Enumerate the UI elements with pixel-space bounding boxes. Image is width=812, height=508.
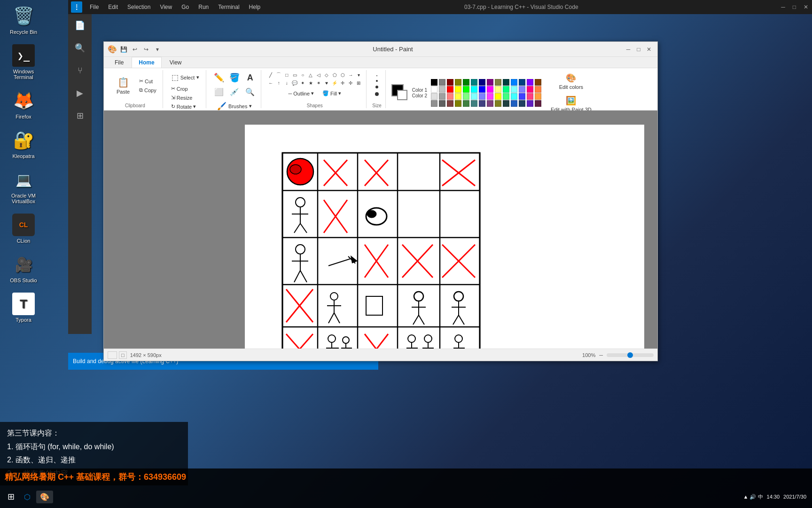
picker-button[interactable]: 💉 [227,86,242,98]
fill-button[interactable]: 🪣 [227,71,242,84]
paint-undo-btn[interactable]: ↩ [130,45,140,54]
color-swatch[interactable] [535,86,541,93]
color-swatch[interactable] [495,86,501,93]
vscode-maximize[interactable]: □ [789,4,800,10]
rotate-button[interactable]: ↻ Rotate ▾ [169,103,198,111]
color-swatch[interactable] [487,100,493,107]
color-swatch[interactable] [471,93,477,100]
color-swatch[interactable] [455,93,461,100]
color-swatch[interactable] [487,79,493,86]
firefox-icon[interactable]: 🦊 Firefox [5,89,42,119]
shape-roundrect[interactable]: ▭ [291,71,298,79]
obs-studio-icon[interactable]: 🎥 OBS Studio [5,253,42,283]
recycle-bin-icon[interactable]: 🗑️ Recycle Bin [5,5,42,35]
color-swatch[interactable] [503,86,509,93]
shape-lightning[interactable]: ⚡ [331,79,338,87]
shape-star5[interactable]: ★ [307,79,314,87]
kleopatra-icon[interactable]: 🔐 Kleopatra [5,129,42,159]
color-swatch[interactable] [519,93,525,100]
color-swatch[interactable] [455,100,461,107]
shape-star4[interactable]: ✦ [299,79,306,87]
color-swatch[interactable] [511,93,517,100]
color-swatch[interactable] [527,79,533,86]
vscode-menu-selection[interactable]: Selection [123,2,155,12]
zoom-out-btn[interactable]: ─ [599,352,603,358]
color-swatch[interactable] [527,93,533,100]
resize-button[interactable]: ⇲ Resize [169,94,195,102]
vscode-close[interactable]: ✕ [800,4,812,10]
eraser-button[interactable]: ⬜ [212,86,226,98]
color-swatch[interactable] [431,100,437,107]
color-swatch[interactable] [455,79,461,86]
color-swatch[interactable] [463,79,469,86]
vscode-menu-help[interactable]: Help [244,2,265,12]
color-swatch[interactable] [495,100,501,107]
color-swatch[interactable] [535,100,541,107]
color-swatch[interactable] [479,93,485,100]
paint-redo-btn[interactable]: ↪ [141,45,151,54]
vscode-debug-icon[interactable]: ▶ [73,87,86,100]
color-swatch[interactable] [511,100,517,107]
color-swatch[interactable] [511,86,517,93]
shape-arrow-l[interactable]: ← [267,79,274,87]
color-swatch[interactable] [431,86,437,93]
shape-curve[interactable]: ⌒ [275,71,282,79]
paint-restore-btn[interactable]: □ [634,45,643,54]
shape-star6[interactable]: ✶ [315,79,322,87]
edit-colors-button[interactable]: 🎨 Edit colors [548,71,594,92]
tab-file[interactable]: File [108,57,131,68]
shape-more2[interactable]: ⊞ [355,79,362,87]
typora-icon[interactable]: T Typora [5,293,42,323]
vscode-extensions-icon[interactable]: ⊞ [73,109,86,122]
vscode-menu-go[interactable]: Go [177,2,194,12]
color-swatch[interactable] [503,100,509,107]
color-swatch[interactable] [527,100,533,107]
tab-view[interactable]: View [163,57,189,68]
color-swatch[interactable] [471,86,477,93]
outline-button[interactable]: ─ Outline ▾ [286,89,316,97]
paint-dropdown-btn[interactable]: ▾ [153,45,162,54]
color-swatch[interactable] [519,86,525,93]
shape-arrow-d[interactable]: ↓ [283,79,290,87]
color-swatch[interactable] [511,79,517,86]
shape-rttriangle[interactable]: ◁ [315,71,322,79]
color-swatch[interactable] [503,79,509,86]
shape-rect[interactable]: □ [283,71,290,79]
shape-pentagon[interactable]: ⬠ [331,71,338,79]
color-swatch[interactable] [439,86,445,93]
shape-callout[interactable]: 💬 [291,79,298,87]
color-swatch[interactable] [527,86,533,93]
shape-hexagon[interactable]: ⬡ [339,71,346,79]
fill-shapes-button[interactable]: 🪣 Fill ▾ [320,89,344,97]
color-swatch[interactable] [471,100,477,107]
color-swatch[interactable] [495,93,501,100]
paint-save-btn[interactable]: 💾 [119,45,128,54]
color-swatch[interactable] [479,86,485,93]
color-swatch[interactable] [487,86,493,93]
oracle-vm-icon[interactable]: 💻 Oracle VM VirtualBox [5,168,42,204]
shape-heart[interactable]: ♥ [323,79,330,87]
vscode-menu-edit[interactable]: Edit [103,2,123,12]
color-swatch[interactable] [535,93,541,100]
color-swatch[interactable] [447,93,453,100]
select-button[interactable]: ⬚ Select ▾ [169,71,203,84]
shape-ellipse[interactable]: ○ [299,71,306,79]
shape-arrow-r[interactable]: → [347,71,354,79]
color-swatch[interactable] [439,79,445,86]
vscode-menu-file[interactable]: File [85,2,103,12]
color-swatch[interactable] [439,93,445,100]
copy-button[interactable]: ⧉ Copy [137,86,159,94]
color-swatch[interactable] [463,93,469,100]
paint-minimize-btn[interactable]: ─ [624,45,633,54]
color-swatch[interactable] [431,79,437,86]
color-swatch[interactable] [503,93,509,100]
color2-box[interactable] [397,90,407,100]
color-swatch[interactable] [535,79,541,86]
color-swatch[interactable] [439,100,445,107]
shape-arrow-u[interactable]: ↑ [275,79,282,87]
paint-canvas[interactable] [245,125,644,349]
vscode-menu-run[interactable]: Run [194,2,213,12]
color-swatch[interactable] [431,93,437,100]
color-swatch[interactable] [487,93,493,100]
vscode-files-icon[interactable]: 📄 [73,19,86,32]
